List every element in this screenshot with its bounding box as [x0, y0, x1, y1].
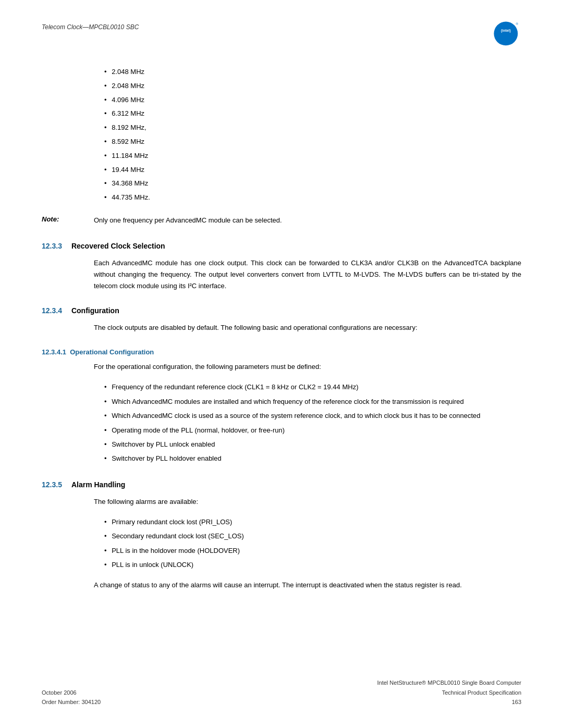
list-item: Which AdvancedMC clock is used as a sour…: [104, 409, 521, 423]
section-12-3-4-1-bullets: Frequency of the redundant reference clo…: [104, 380, 521, 466]
list-item: 6.312 MHz: [104, 107, 521, 121]
section-12-3-4-title: Configuration: [71, 306, 119, 315]
list-item: 34.368 MHz: [104, 177, 521, 191]
section-12-3-3-number: 12.3.3: [42, 242, 62, 250]
footer-right: Intel NetStructure® MPCBL0010 Single Boa…: [377, 678, 521, 707]
list-item: 19.44 MHz: [104, 163, 521, 177]
list-item: Which AdvancedMC modules are installed a…: [104, 394, 521, 409]
list-item: 2.048 MHz: [104, 79, 521, 93]
list-item: 8.592 MHz: [104, 135, 521, 149]
footer-date: October 2006: [42, 688, 101, 698]
footer-page-number: 163: [377, 697, 521, 707]
section-12-3-4-1-intro: For the operational configuration, the f…: [94, 361, 521, 373]
section-12-3-4-body: The clock outputs are disabled by defaul…: [94, 322, 521, 334]
section-12-3-4-number: 12.3.4: [42, 306, 62, 315]
footer-doc-type: Technical Product Specification: [377, 688, 521, 698]
note-row: Note: Only one frequency per AdvancedMC …: [42, 215, 521, 226]
section-12-3-5: 12.3.5Alarm Handling The following alarm…: [42, 480, 521, 591]
section-12-3-4: 12.3.4Configuration The clock outputs ar…: [42, 306, 521, 334]
section-12-3-3-heading: 12.3.3Recovered Clock Selection: [42, 242, 521, 250]
footer-order-number: Order Number: 304120: [42, 697, 101, 707]
page-footer: October 2006 Order Number: 304120 Intel …: [42, 678, 521, 707]
frequency-list: 2.048 MHz 2.048 MHz 4.096 MHz 6.312 MHz …: [104, 65, 521, 205]
intel-logo-icon: (intel) ®: [485, 21, 521, 50]
section-12-3-3-title: Recovered Clock Selection: [71, 242, 165, 250]
list-item: 2.048 MHz: [104, 65, 521, 79]
page-header: Telecom Clock—MPCBL0010 SBC (intel) ®: [42, 21, 521, 50]
section-12-3-5-number: 12.3.5: [42, 480, 62, 489]
note-label: Note:: [42, 215, 94, 226]
note-text: Only one frequency per AdvancedMC module…: [94, 215, 282, 226]
list-item: Switchover by PLL holdover enabled: [104, 451, 521, 465]
svg-point-0: [494, 22, 518, 46]
list-item: Primary redundant clock lost (PRI_LOS): [104, 515, 521, 529]
section-12-3-5-closing: A change of status to any of the alarms …: [94, 579, 521, 591]
page: Telecom Clock—MPCBL0010 SBC (intel) ® 2.…: [0, 0, 563, 728]
header-title: Telecom Clock—MPCBL0010 SBC: [42, 23, 139, 31]
list-item: PLL is in unlock (UNLOCK): [104, 558, 521, 572]
section-12-3-4-1: 12.3.4.1 Operational Configuration For t…: [42, 348, 521, 466]
list-item: 4.096 MHz: [104, 93, 521, 107]
section-12-3-3: 12.3.3Recovered Clock Selection Each Adv…: [42, 242, 521, 292]
list-item: 8.192 MHz,: [104, 121, 521, 135]
footer-product-name: Intel NetStructure® MPCBL0010 Single Boa…: [377, 678, 521, 688]
section-12-3-5-bullets: Primary redundant clock lost (PRI_LOS) S…: [104, 515, 521, 572]
section-12-3-3-body: Each AdvancedMC module has one clock out…: [94, 257, 521, 292]
list-item: Switchover by PLL unlock enabled: [104, 437, 521, 451]
list-item: Secondary redundant clock lost (SEC_LOS): [104, 529, 521, 543]
section-12-3-4-heading: 12.3.4Configuration: [42, 306, 521, 315]
section-12-3-5-intro: The following alarms are available:: [94, 496, 521, 508]
section-12-3-5-title: Alarm Handling: [71, 480, 125, 489]
list-item: 44.735 MHz.: [104, 191, 521, 205]
list-item: Operating mode of the PLL (normal, holdo…: [104, 423, 521, 437]
svg-text:®: ®: [516, 22, 518, 26]
svg-text:(intel): (intel): [501, 29, 511, 33]
footer-left: October 2006 Order Number: 304120: [42, 688, 101, 707]
section-12-3-4-1-heading: 12.3.4.1 Operational Configuration: [42, 348, 521, 356]
list-item: PLL is in the holdover mode (HOLDOVER): [104, 544, 521, 558]
section-12-3-5-heading: 12.3.5Alarm Handling: [42, 480, 521, 489]
section-12-3-4-1-number: 12.3.4.1: [42, 348, 66, 356]
list-item: 11.184 MHz: [104, 149, 521, 163]
list-item: Frequency of the redundant reference clo…: [104, 380, 521, 394]
section-12-3-4-1-title: Operational Configuration: [70, 348, 154, 356]
